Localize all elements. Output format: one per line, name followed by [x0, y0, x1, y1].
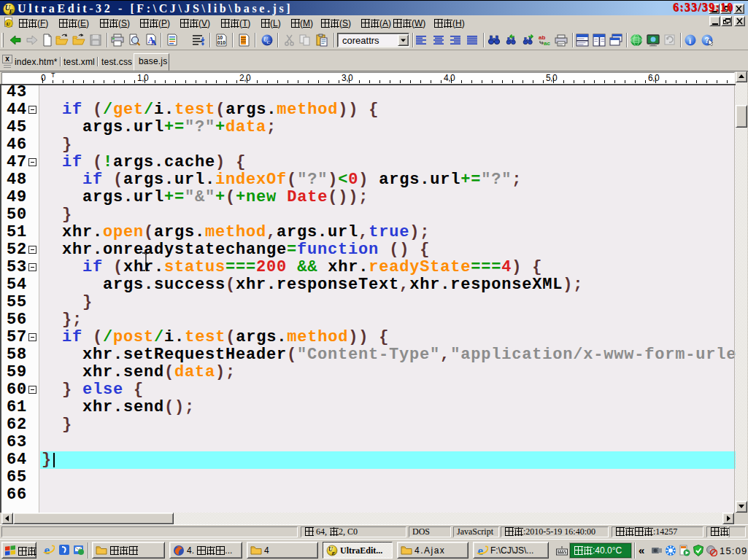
svg-text:e: e [478, 545, 484, 556]
svg-text:?: ? [705, 36, 709, 44]
svg-text:e: e [45, 544, 50, 556]
svg-text:ac: ac [544, 40, 550, 47]
svg-text:10: 10 [217, 35, 223, 40]
svg-text:E: E [8, 8, 13, 15]
svg-text:i: i [689, 36, 691, 45]
svg-text:C: C [267, 39, 271, 45]
svg-text:E: E [331, 551, 336, 556]
svg-text:A: A [151, 39, 157, 47]
svg-text:010: 010 [217, 40, 225, 45]
